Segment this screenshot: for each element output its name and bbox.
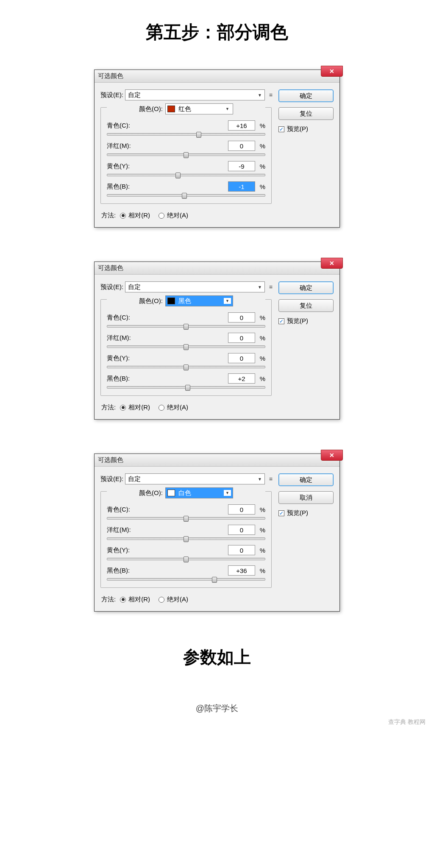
slider-thumb[interactable] <box>175 172 181 178</box>
slider-thumb[interactable] <box>184 152 189 158</box>
preset-select[interactable]: 自定▼ <box>125 281 265 292</box>
radio-icon <box>120 597 126 603</box>
slider-thumb[interactable] <box>184 536 189 542</box>
dialog-title: 可选颜色 <box>98 264 123 272</box>
slider-track[interactable] <box>107 366 265 368</box>
slider-label: 黄色(Y): <box>107 546 145 554</box>
percent-label: % <box>255 314 265 321</box>
slider-thumb[interactable] <box>196 132 201 138</box>
slider-track[interactable] <box>107 537 265 540</box>
titlebar[interactable]: 可选颜色✕ <box>95 454 339 467</box>
slider-value-input[interactable]: 0 <box>228 504 255 515</box>
slider-value-input[interactable]: -9 <box>228 161 255 171</box>
slider-value-input[interactable]: 0 <box>228 312 255 323</box>
slider-track[interactable] <box>107 325 265 328</box>
close-button[interactable]: ✕ <box>321 450 343 461</box>
slider-label: 黑色(B): <box>107 375 145 383</box>
sliders-group: 颜色(O):白色▼青色(C):0%洋红(M):0%黄色(Y):0%黑色(B):+… <box>100 491 272 588</box>
method-relative-radio[interactable]: 相对(R) <box>120 595 150 604</box>
slider-value-input[interactable]: +36 <box>228 565 255 576</box>
slider-value-input[interactable]: 0 <box>228 141 255 151</box>
slider-thumb[interactable] <box>184 556 189 562</box>
reset-button[interactable]: 复位 <box>278 299 334 312</box>
titlebar[interactable]: 可选颜色✕ <box>95 262 339 275</box>
method-relative-radio[interactable]: 相对(R) <box>120 211 150 220</box>
preview-checkbox[interactable]: ✓预览(P) <box>278 125 334 133</box>
preview-label: 预览(P) <box>287 125 308 133</box>
reset-button[interactable]: 取消 <box>278 491 334 504</box>
ok-button[interactable]: 确定 <box>278 473 334 486</box>
slider-value-input[interactable]: -1 <box>228 181 255 192</box>
ok-button[interactable]: 确定 <box>278 89 334 102</box>
percent-label: % <box>255 526 265 534</box>
slider-value-input[interactable]: +16 <box>228 120 255 131</box>
radio-icon <box>159 405 164 411</box>
percent-label: % <box>255 122 265 129</box>
preset-menu-icon[interactable]: ≡ <box>269 284 272 290</box>
slider-value-input[interactable]: 0 <box>228 353 255 363</box>
method-relative-radio[interactable]: 相对(R) <box>120 403 150 412</box>
preview-label: 预览(P) <box>287 509 308 517</box>
color-select[interactable]: 白色▼ <box>165 487 233 498</box>
ok-button[interactable]: 确定 <box>278 281 334 294</box>
slider-track[interactable] <box>107 517 265 520</box>
page-title: 第五步：部分调色 <box>0 0 434 70</box>
method-absolute-radio[interactable]: 绝对(A) <box>159 595 188 604</box>
slider-thumb[interactable] <box>185 385 190 391</box>
slider-row: 黑色(B):-1% <box>107 181 265 192</box>
color-label: 颜色(O): <box>139 105 163 113</box>
color-label: 颜色(O): <box>139 489 163 497</box>
preset-select[interactable]: 自定▼ <box>125 473 265 484</box>
slider-row: 黑色(B):+36% <box>107 565 265 576</box>
slider-value-input[interactable]: 0 <box>228 525 255 535</box>
preview-checkbox[interactable]: ✓预览(P) <box>278 509 334 517</box>
slider-thumb[interactable] <box>184 364 189 370</box>
slider-track[interactable] <box>107 558 265 560</box>
preset-select[interactable]: 自定▼ <box>125 89 265 100</box>
color-name: 红色 <box>178 105 224 113</box>
slider-track[interactable] <box>107 174 265 176</box>
slider-track[interactable] <box>107 345 265 348</box>
slider-thumb[interactable] <box>184 344 189 350</box>
method-label: 方法: <box>101 403 116 412</box>
close-button[interactable]: ✕ <box>321 258 343 269</box>
slider-value-input[interactable]: +2 <box>228 373 255 384</box>
method-absolute-radio[interactable]: 绝对(A) <box>159 211 188 220</box>
titlebar[interactable]: 可选颜色✕ <box>95 70 339 83</box>
preset-menu-icon[interactable]: ≡ <box>269 476 272 482</box>
checkbox-icon: ✓ <box>278 510 284 516</box>
color-select[interactable]: 黑色▼ <box>165 295 233 306</box>
slider-track[interactable] <box>107 153 265 156</box>
reset-button[interactable]: 复位 <box>278 107 334 120</box>
color-swatch <box>167 298 175 304</box>
slider-thumb[interactable] <box>182 193 187 199</box>
method-absolute-radio[interactable]: 绝对(A) <box>159 403 188 412</box>
slider-track[interactable] <box>107 194 265 197</box>
slider-value-input[interactable]: 0 <box>228 545 255 555</box>
slider-thumb[interactable] <box>212 577 217 583</box>
slider-row: 青色(C):0% <box>107 504 265 515</box>
percent-label: % <box>255 567 265 574</box>
slider-label: 黑色(B): <box>107 567 145 575</box>
close-button[interactable]: ✕ <box>321 66 343 77</box>
radio-icon <box>120 213 126 219</box>
preset-label: 预设(E): <box>100 283 123 291</box>
slider-track[interactable] <box>107 386 265 389</box>
selective-color-dialog: 可选颜色✕预设(E):自定▼≡颜色(O):黑色▼青色(C):0%洋红(M):0%… <box>94 262 340 420</box>
color-select[interactable]: 红色▼ <box>165 103 233 114</box>
slider-thumb[interactable] <box>184 324 189 330</box>
slider-track[interactable] <box>107 578 265 581</box>
slider-label: 黄色(Y): <box>107 354 145 362</box>
preview-checkbox[interactable]: ✓预览(P) <box>278 317 334 325</box>
slider-label: 青色(C): <box>107 506 145 514</box>
slider-row: 洋红(M):0% <box>107 333 265 343</box>
slider-thumb[interactable] <box>184 516 189 522</box>
slider-track[interactable] <box>107 133 265 136</box>
preset-value: 自定 <box>128 283 141 291</box>
slider-value-input[interactable]: 0 <box>228 333 255 343</box>
percent-label: % <box>255 506 265 513</box>
preset-value: 自定 <box>128 91 141 99</box>
slider-label: 青色(C): <box>107 122 145 130</box>
preset-menu-icon[interactable]: ≡ <box>269 92 272 98</box>
color-label: 颜色(O): <box>139 297 163 305</box>
